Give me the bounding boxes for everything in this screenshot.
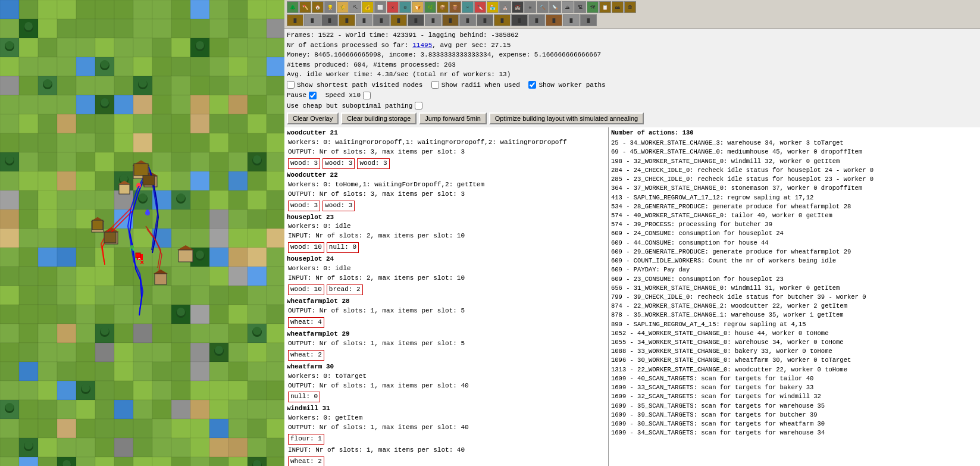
bld13-icon[interactable]: █ — [494, 14, 511, 26]
bld16-icon[interactable]: █ — [546, 14, 562, 26]
frames-line: Frames: 1522 - World time: 423391 - lagg… — [287, 30, 978, 40]
action-entry: 1096 - 30_WORKER_STATE_CHANGE_0: wheatfa… — [611, 356, 978, 365]
bld8-icon[interactable]: █ — [408, 14, 424, 26]
butcher-icon[interactable]: 🔪 — [474, 1, 486, 13]
bld4-icon[interactable]: █ — [339, 14, 355, 26]
bld10-icon[interactable]: █ — [442, 14, 459, 26]
clear-overlay-button[interactable]: Clear Overlay — [287, 112, 339, 124]
log-section: Woodcutter 22Workers: 0: toHome,1: waiti… — [287, 171, 606, 212]
delete-icon[interactable]: ✕ — [387, 1, 399, 13]
action-entry: 1609 - 39_SCAN_TARGETS: scan for targets… — [611, 411, 978, 420]
action-entry: 1609 - 35_SCAN_TARGETS: scan for targets… — [611, 402, 978, 411]
action-entry: 609 - 29_GENERATE_PRODUCE: generate prod… — [611, 248, 978, 257]
cheap-path-checkbox[interactable] — [415, 102, 422, 110]
toolbar-row1: 🌲 🪓 🏠 👷 🌾 ⛏ 💰 ⬜ ✕ ⚙ 🍞 🌿 📦 🪵 ✂ 🔪 🏪 ⛪ 🏰 ⚒ … — [287, 1, 978, 13]
manor-icon[interactable]: 🏰 — [512, 1, 524, 13]
tool2-icon[interactable]: 🔨 — [537, 1, 549, 13]
tree-icon[interactable]: 🌲 — [287, 1, 299, 13]
tool8-icon[interactable]: 🏘 — [612, 1, 624, 13]
log-detail-line: Workers: 0: toTarget — [287, 372, 606, 381]
optimize-button[interactable]: Optimize building layout with simulated … — [489, 112, 644, 124]
action-entry: 69 - 45_WORKER_STATE_CHANGE_0: mediumhou… — [611, 148, 978, 157]
bld7-icon[interactable]: █ — [390, 14, 407, 26]
show-path-checkbox[interactable] — [287, 81, 295, 89]
bld11-icon[interactable]: █ — [459, 14, 476, 26]
log-panel[interactable]: woodcutter 21Workers: 0: waitingForDropo… — [284, 127, 609, 466]
bld3-icon[interactable]: █ — [321, 14, 338, 26]
action-entry: 799 - 39_CHECK_IDLE_0: recheck idle stat… — [611, 293, 978, 302]
action-entry: 609 - PAYDAY: Pay day — [611, 265, 978, 274]
bld14-icon[interactable]: █ — [511, 14, 528, 26]
actions-log[interactable]: Number of actions: 130 25 - 34_WORKER_ST… — [609, 127, 980, 466]
action-entry: 1052 - 44_WORKER_STATE_CHANGE_0: house 4… — [611, 329, 978, 338]
action-entry: 1609 - 33_SCAN_TARGETS: scan for targets… — [611, 383, 978, 392]
market-icon[interactable]: 🏪 — [487, 1, 499, 13]
house-icon[interactable]: 🏠 — [312, 1, 324, 13]
actions-line: Nr of actions processed so far: 11495, a… — [287, 40, 978, 51]
tool5-icon[interactable]: 🏗 — [574, 1, 586, 13]
farm-icon[interactable]: 🌿 — [424, 1, 436, 13]
bld5-icon[interactable]: █ — [356, 14, 372, 26]
action-buttons: Clear Overlay Clear building storage Jum… — [287, 112, 978, 124]
windmill-icon[interactable]: ⚙ — [399, 1, 411, 13]
show-radii-checkbox[interactable] — [431, 81, 439, 89]
bld15-icon[interactable]: █ — [528, 14, 545, 26]
log-extra-line: INPUT: Nr of slots: 1, max items per slo… — [287, 446, 606, 455]
jump-forward-button[interactable]: Jump forward 5min — [419, 112, 487, 124]
bld17-icon[interactable]: █ — [563, 14, 580, 26]
log-detail-line: OUTPUT: Nr of slots: 3, max items per sl… — [287, 190, 606, 199]
item-row: wood: 3wood: 3wood: 3 — [287, 158, 606, 170]
log-section-title: Woodcutter 22 — [287, 171, 606, 180]
tool7-icon[interactable]: 📋 — [599, 1, 611, 13]
bld1-icon[interactable]: █ — [287, 14, 303, 26]
axe-icon[interactable]: 🪓 — [299, 1, 311, 13]
gold-icon[interactable]: 💰 — [362, 1, 374, 13]
log-section: wheatfarmplot 29OUTPUT: Nr of slots: 1, … — [287, 330, 606, 361]
log-detail-line: Workers: 0: getItem — [287, 414, 606, 423]
tool1-icon[interactable]: ⚒ — [524, 1, 536, 13]
action-entry: 534 - 28_GENERATE_PRODUCE: generate prod… — [611, 202, 978, 211]
action-entry: 1609 - 30_SCAN_TARGETS: scan for targets… — [611, 420, 978, 429]
log-section-title: wheatfarmplot 28 — [287, 297, 606, 307]
tool6-icon[interactable]: 🗺 — [587, 1, 599, 13]
idle-line: Avg. idle worker time: 4.38/sec (total n… — [287, 70, 978, 80]
game-map[interactable]: × — [0, 0, 284, 466]
pause-checkbox[interactable] — [309, 92, 317, 99]
toolbar: 🌲 🪓 🏠 👷 🌾 ⛏ 💰 ⬜ ✕ ⚙ 🍞 🌿 📦 🪵 ✂ 🔪 🏪 ⛪ 🏰 ⚒ … — [284, 0, 980, 29]
clear-storage-button[interactable]: Clear building storage — [341, 112, 417, 124]
tool3-icon[interactable]: 🪚 — [549, 1, 561, 13]
warehouse-icon[interactable]: 📦 — [437, 1, 449, 13]
item-box: null: 0 — [327, 242, 359, 253]
item-box: wheat: 2 — [288, 456, 324, 466]
wheat-icon[interactable]: 🌾 — [337, 1, 349, 13]
bld18-icon[interactable]: █ — [580, 14, 597, 26]
bld9-icon[interactable]: █ — [425, 14, 442, 26]
pause-speed-row: Pause Speed x10 — [287, 90, 978, 101]
church-icon[interactable]: ⛪ — [499, 1, 511, 13]
bld12-icon[interactable]: █ — [477, 14, 493, 26]
tailor-icon[interactable]: ✂ — [462, 1, 474, 13]
show-worker-paths-checkbox[interactable] — [528, 81, 536, 89]
actions-count[interactable]: 11495 — [412, 42, 432, 49]
action-entry: 413 - SAPLING_REGROW_AT_17_12: regrow sa… — [611, 193, 978, 202]
stone-icon[interactable]: ⛏ — [349, 1, 361, 13]
item-box: wood: 3 — [323, 158, 355, 169]
log-section-title: wheatfarm 30 — [287, 362, 606, 372]
worker-icon[interactable]: 👷 — [324, 1, 336, 13]
bakery-icon[interactable]: 🍞 — [412, 1, 424, 13]
action-entry: 890 - SAPLING_REGROW_AT_4_15: regrow sap… — [611, 320, 978, 329]
item-box: wheat: 4 — [288, 317, 324, 328]
tool4-icon[interactable]: ⛰ — [562, 1, 574, 13]
log-section-title: houseplot 24 — [287, 255, 606, 264]
speed-checkbox[interactable] — [363, 92, 371, 99]
bld2-icon[interactable]: █ — [304, 14, 321, 26]
log-section: wheatfarm 30Workers: 0: toTargetOUTPUT: … — [287, 362, 606, 404]
bld6-icon[interactable]: █ — [373, 14, 390, 26]
road-icon[interactable]: ⬜ — [374, 1, 386, 13]
action-entry: 1609 - 34_SCAN_TARGETS: scan for targets… — [611, 429, 978, 437]
tool9-icon[interactable]: 🏚 — [624, 1, 636, 13]
item-box: wood: 10 — [288, 242, 324, 253]
action-entry: 198 - 32_WORKER_STATE_CHANGE_0: windmill… — [611, 157, 978, 166]
toolbar-row2: █ █ █ █ █ █ █ █ █ █ █ █ █ █ █ █ █ █ — [287, 14, 978, 26]
woodpile-icon[interactable]: 🪵 — [449, 1, 461, 13]
